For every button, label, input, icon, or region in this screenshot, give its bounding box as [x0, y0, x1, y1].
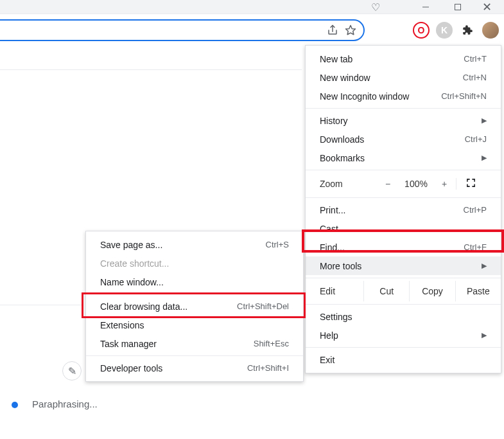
- menu-label: Help: [320, 330, 338, 341]
- svg-rect-1: [455, 4, 460, 10]
- menu-history[interactable]: History ▶: [306, 111, 501, 130]
- menu-shortcut: Ctrl+Shift+Del: [237, 301, 289, 311]
- menu-shortcut: Ctrl+P: [464, 205, 487, 215]
- menu-more-tools[interactable]: More tools ▶: [306, 256, 501, 275]
- zoom-out-button[interactable]: −: [376, 179, 399, 189]
- menu-label: More tools: [320, 261, 361, 271]
- menu-shortcut: Ctrl+Shift+I: [247, 363, 289, 373]
- menu-label: New Incognito window: [320, 91, 409, 102]
- submenu-create-shortcut: Create shortcut...: [86, 254, 303, 273]
- extension-opera-icon[interactable]: O: [413, 22, 430, 39]
- menu-label: Print...: [320, 205, 345, 215]
- separator: [0, 69, 302, 70]
- menu-separator: [86, 294, 303, 294]
- menu-label: New tab: [320, 54, 352, 64]
- menu-label: Clear browsing data...: [100, 301, 187, 312]
- menu-separator: [306, 170, 501, 170]
- toolbar-icons: O K ⋮: [413, 22, 499, 39]
- menu-zoom: Zoom − 100% +: [306, 173, 501, 195]
- menu-exit[interactable]: Exit: [306, 350, 501, 369]
- chevron-right-icon: ▶: [482, 116, 487, 125]
- menu-shortcut: Ctrl+T: [464, 54, 487, 64]
- star-icon[interactable]: [343, 22, 358, 38]
- menu-separator: [306, 347, 501, 348]
- menu-separator: [306, 278, 501, 278]
- menu-bookmarks[interactable]: Bookmarks ▶: [306, 148, 501, 167]
- menu-shortcut: Ctrl+N: [463, 73, 487, 82]
- menu-new-tab[interactable]: New tab Ctrl+T: [306, 49, 501, 68]
- zoom-value: 100%: [399, 179, 433, 189]
- submenu-name-window[interactable]: Name window...: [86, 273, 303, 291]
- fullscreen-icon[interactable]: [456, 178, 479, 190]
- status-indicator-icon: [12, 402, 18, 408]
- share-icon[interactable]: [325, 22, 340, 38]
- menu-help[interactable]: Help ▶: [306, 326, 501, 345]
- more-tools-submenu: Save page as... Ctrl+S Create shortcut..…: [85, 231, 304, 382]
- menu-incognito[interactable]: New Incognito window Ctrl+Shift+N: [306, 87, 501, 105]
- window-titlebar: ♡ ✕: [0, 0, 504, 14]
- menu-label: Find...: [320, 242, 345, 253]
- menu-label: Save page as...: [100, 240, 162, 250]
- menu-label: Task manager: [100, 339, 157, 349]
- extensions-icon[interactable]: [459, 22, 476, 39]
- edit-cut-button[interactable]: Cut: [363, 281, 409, 301]
- submenu-task-manager[interactable]: Task manager Shift+Esc: [86, 334, 303, 353]
- menu-separator: [86, 355, 303, 356]
- menu-separator: [306, 304, 501, 305]
- menu-settings[interactable]: Settings: [306, 307, 501, 326]
- menu-label: History: [320, 116, 348, 126]
- menu-shortcut: Ctrl+J: [465, 134, 487, 144]
- menu-downloads[interactable]: Downloads Ctrl+J: [306, 130, 501, 148]
- window-minimize[interactable]: [411, 0, 440, 14]
- edit-copy-button[interactable]: Copy: [409, 281, 455, 301]
- edit-paste-button[interactable]: Paste: [455, 281, 501, 301]
- menu-label: Settings: [320, 312, 352, 322]
- edit-label: Edit: [306, 286, 363, 296]
- status-text: Paraphrasing...: [32, 399, 98, 409]
- menu-shortcut: Ctrl+Shift+N: [441, 91, 487, 101]
- menu-label: New window: [320, 73, 370, 83]
- menu-find[interactable]: Find... Ctrl+F: [306, 238, 501, 256]
- menu-label: Extensions: [100, 320, 144, 330]
- submenu-clear-browsing-data[interactable]: Clear browsing data... Ctrl+Shift+Del: [86, 297, 303, 316]
- menu-edit-row: Edit Cut Copy Paste: [306, 281, 501, 301]
- menu-new-window[interactable]: New window Ctrl+N: [306, 68, 501, 87]
- menu-label: Exit: [320, 355, 335, 365]
- menu-shortcut: Shift+Esc: [254, 339, 289, 348]
- address-bar[interactable]: [0, 19, 365, 41]
- chevron-right-icon: ▶: [482, 262, 487, 270]
- profile-avatar[interactable]: [482, 22, 499, 39]
- chrome-menu: New tab Ctrl+T New window Ctrl+N New Inc…: [305, 45, 501, 373]
- menu-label: Bookmarks: [320, 153, 365, 163]
- window-maximize[interactable]: [443, 0, 472, 14]
- menu-label: Name window...: [100, 277, 164, 287]
- menu-separator: [306, 108, 501, 109]
- menu-label: Create shortcut...: [100, 258, 169, 269]
- menu-cast[interactable]: Cast...: [306, 219, 501, 238]
- edit-pen-icon[interactable]: ✎: [62, 361, 82, 381]
- zoom-in-button[interactable]: +: [433, 179, 456, 189]
- menu-shortcut: Ctrl+F: [464, 242, 487, 252]
- menu-label: Downloads: [320, 134, 364, 145]
- window-close[interactable]: ✕: [473, 0, 501, 14]
- separator: [0, 305, 83, 305]
- extension-k-icon[interactable]: K: [436, 22, 453, 39]
- menu-label: Cast...: [320, 224, 345, 234]
- chevron-right-icon: ▶: [482, 154, 487, 162]
- menu-print[interactable]: Print... Ctrl+P: [306, 201, 501, 219]
- submenu-extensions[interactable]: Extensions: [86, 316, 303, 334]
- submenu-developer-tools[interactable]: Developer tools Ctrl+Shift+I: [86, 359, 303, 377]
- menu-label: Developer tools: [100, 363, 162, 373]
- zoom-label: Zoom: [320, 179, 376, 189]
- svg-marker-3: [346, 26, 356, 35]
- chevron-right-icon: ▶: [482, 331, 487, 339]
- submenu-save-page[interactable]: Save page as... Ctrl+S: [86, 235, 303, 254]
- menu-separator: [306, 197, 501, 198]
- heart-icon[interactable]: ♡: [363, 0, 388, 14]
- menu-shortcut: Ctrl+S: [266, 240, 289, 249]
